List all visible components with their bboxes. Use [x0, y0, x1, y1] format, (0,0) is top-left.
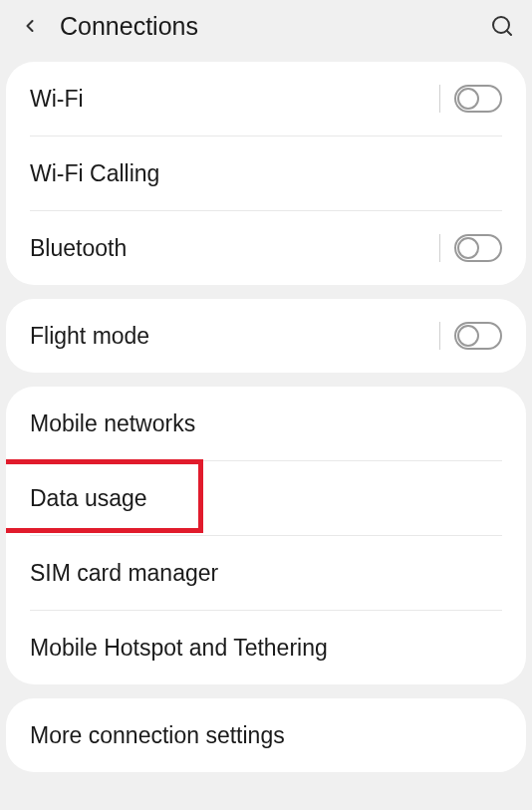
row-label: Flight mode: [30, 323, 439, 350]
bluetooth-toggle[interactable]: [454, 234, 502, 262]
settings-group-more: More connection settings: [6, 698, 526, 772]
svg-line-1: [507, 31, 511, 35]
toggle-separator: [439, 85, 440, 113]
back-icon[interactable]: [16, 12, 44, 40]
row-label: Mobile Hotspot and Tethering: [30, 635, 502, 662]
row-bluetooth[interactable]: Bluetooth: [6, 211, 526, 285]
row-hotspot[interactable]: Mobile Hotspot and Tethering: [6, 611, 526, 684]
row-label: SIM card manager: [30, 560, 502, 587]
settings-group-connectivity: Wi-Fi Wi-Fi Calling Bluetooth: [6, 62, 526, 285]
row-label: Wi-Fi: [30, 86, 439, 113]
toggle-separator: [439, 234, 440, 262]
row-wifi[interactable]: Wi-Fi: [6, 62, 526, 135]
settings-group-mobile: Mobile networks Data usage SIM card mana…: [6, 387, 526, 684]
search-icon[interactable]: [488, 12, 516, 40]
row-label: More connection settings: [30, 722, 502, 749]
toggle-separator: [439, 322, 440, 350]
toggle-wrap: [439, 85, 502, 113]
page-title: Connections: [60, 12, 488, 41]
flight-mode-toggle[interactable]: [454, 322, 502, 350]
toggle-wrap: [439, 234, 502, 262]
row-label: Wi-Fi Calling: [30, 160, 502, 187]
row-more-connection[interactable]: More connection settings: [6, 698, 526, 772]
row-flight-mode[interactable]: Flight mode: [6, 299, 526, 373]
toggle-knob: [457, 325, 479, 347]
settings-group-flight: Flight mode: [6, 299, 526, 373]
toggle-knob: [457, 237, 479, 259]
row-label: Data usage: [30, 485, 502, 512]
row-data-usage[interactable]: Data usage: [6, 461, 526, 535]
row-label: Mobile networks: [30, 410, 502, 437]
wifi-toggle[interactable]: [454, 85, 502, 113]
toggle-knob: [457, 88, 479, 110]
row-wifi-calling[interactable]: Wi-Fi Calling: [6, 136, 526, 210]
toggle-wrap: [439, 322, 502, 350]
row-sim-card[interactable]: SIM card manager: [6, 536, 526, 610]
header: Connections: [0, 0, 532, 56]
row-label: Bluetooth: [30, 235, 439, 262]
row-mobile-networks[interactable]: Mobile networks: [6, 387, 526, 460]
